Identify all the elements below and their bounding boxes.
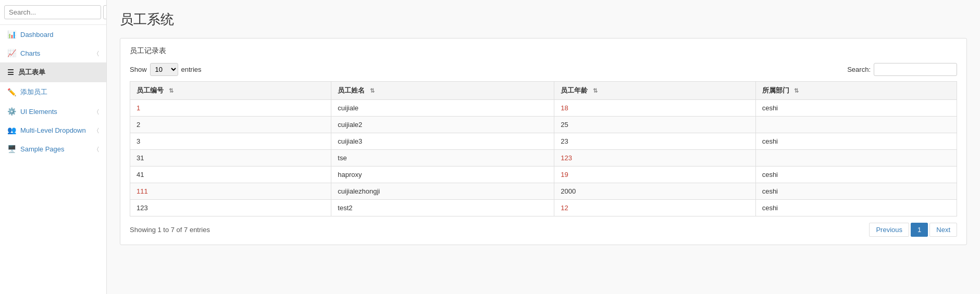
sidebar-item-charts[interactable]: 📈 Charts 〈 xyxy=(0,44,106,62)
dashboard-icon: 📊 xyxy=(7,30,16,39)
ui-elements-icon: ⚙️ xyxy=(7,107,16,116)
cell-emp-dept: ceshi xyxy=(755,200,957,216)
sidebar-item-label-sample-pages: Sample Pages xyxy=(20,145,65,153)
cell-emp-age: 18 xyxy=(554,100,755,117)
chevron-icon: 〈 xyxy=(97,108,99,115)
table-body: 1cuijiale18ceshi2cuijiale2253cuijiale323… xyxy=(130,100,957,216)
chevron-icon: 〈 xyxy=(97,127,99,134)
employee-list-icon: ☰ xyxy=(7,68,14,76)
page-title: 员工系统 xyxy=(120,10,967,29)
sidebar-item-dashboard[interactable]: 📊 Dashboard xyxy=(0,25,106,44)
entries-label: entries xyxy=(181,66,202,73)
next-button[interactable]: Next xyxy=(929,223,957,237)
show-label: Show xyxy=(130,66,147,73)
cell-emp-name: cuijialezhongji xyxy=(331,183,554,200)
add-employee-icon: ✏️ xyxy=(7,88,16,96)
cell-emp-name: tse xyxy=(331,150,554,167)
sidebar-item-label-employee-list: 员工表单 xyxy=(18,68,45,77)
cell-emp-age: 25 xyxy=(554,117,755,133)
cell-emp-id: 31 xyxy=(130,150,331,167)
col-emp_id[interactable]: 员工编号 ⇅ xyxy=(130,82,331,100)
cell-emp-age: 123 xyxy=(554,150,755,167)
previous-button[interactable]: Previous xyxy=(869,223,909,237)
cell-emp-name: cuijiale3 xyxy=(331,133,554,150)
cell-emp-dept: ceshi xyxy=(755,167,957,183)
sidebar-item-add-employee[interactable]: ✏️ 添加员工 xyxy=(0,82,106,102)
cell-emp-dept: ceshi xyxy=(755,183,957,200)
table-row: 123test212ceshi xyxy=(130,200,957,216)
cell-emp-name: test2 xyxy=(331,200,554,216)
employee-table: 员工编号 ⇅员工姓名 ⇅员工年龄 ⇅所属部门 ⇅ 1cuijiale18cesh… xyxy=(130,81,957,216)
sidebar-item-label-add-employee: 添加员工 xyxy=(20,87,47,97)
cell-emp-id: 111 xyxy=(130,183,331,200)
table-row: 111cuijialezhongji2000ceshi xyxy=(130,183,957,200)
cell-emp-dept: ceshi xyxy=(755,133,957,150)
table-row: 1cuijiale18ceshi xyxy=(130,100,957,117)
pagination-row: Showing 1 to 7 of 7 entries Previous1Nex… xyxy=(130,223,957,237)
sidebar-search-container: 🔍 xyxy=(0,0,106,25)
table-search-container: Search: xyxy=(847,63,957,76)
sidebar: 🔍 📊 Dashboard 📈 Charts 〈 ☰ 员工表单 ✏️ 添加员工 … xyxy=(0,0,107,294)
sample-pages-icon: 🖥️ xyxy=(7,145,16,153)
cell-emp-name: cuijiale2 xyxy=(331,117,554,133)
sidebar-search-input[interactable] xyxy=(4,5,101,19)
sidebar-item-label-dashboard: Dashboard xyxy=(20,31,54,39)
show-entries-container: Show 102550100 entries xyxy=(130,63,202,76)
employee-card: 员工记录表 Show 102550100 entries Search: 员工编… xyxy=(120,38,967,245)
pagination-info: Showing 1 to 7 of 7 entries xyxy=(130,226,210,234)
entries-select[interactable]: 102550100 xyxy=(150,63,178,76)
cell-emp-id: 123 xyxy=(130,200,331,216)
sidebar-items-list: 📊 Dashboard 📈 Charts 〈 ☰ 员工表单 ✏️ 添加员工 ⚙️… xyxy=(0,25,106,158)
cell-emp-name: cuijiale xyxy=(331,100,554,117)
multi-level-icon: 👥 xyxy=(7,126,16,134)
cell-emp-age: 2000 xyxy=(554,183,755,200)
chevron-icon: 〈 xyxy=(97,146,99,152)
sidebar-item-label-ui-elements: UI Elements xyxy=(20,108,57,116)
col-emp_age[interactable]: 员工年龄 ⇅ xyxy=(554,82,755,100)
sidebar-item-employee-list[interactable]: ☰ 员工表单 xyxy=(0,62,106,82)
col-emp_dept[interactable]: 所属部门 ⇅ xyxy=(755,82,957,100)
table-row: 3cuijiale323ceshi xyxy=(130,133,957,150)
col-emp_name[interactable]: 员工姓名 ⇅ xyxy=(331,82,554,100)
cell-emp-id: 41 xyxy=(130,167,331,183)
cell-emp-age: 23 xyxy=(554,133,755,150)
table-row: 41haproxy19ceshi xyxy=(130,167,957,183)
sort-icon: ⇅ xyxy=(169,87,173,94)
cell-emp-dept: ceshi xyxy=(755,100,957,117)
sidebar-item-multi-level[interactable]: 👥 Multi-Level Dropdown 〈 xyxy=(0,121,106,139)
search-label: Search: xyxy=(847,66,871,73)
sidebar-item-sample-pages[interactable]: 🖥️ Sample Pages 〈 xyxy=(0,139,106,158)
table-row: 31tse123 xyxy=(130,150,957,167)
cell-emp-id: 3 xyxy=(130,133,331,150)
sort-icon: ⇅ xyxy=(593,87,598,94)
sidebar-item-label-multi-level: Multi-Level Dropdown xyxy=(20,126,86,134)
cell-emp-age: 19 xyxy=(554,167,755,183)
table-head: 员工编号 ⇅员工姓名 ⇅员工年龄 ⇅所属部门 ⇅ xyxy=(130,82,957,100)
table-controls: Show 102550100 entries Search: xyxy=(130,63,957,76)
table-search-input[interactable] xyxy=(874,63,957,76)
cell-emp-dept xyxy=(755,117,957,133)
sidebar-search-button[interactable]: 🔍 xyxy=(103,5,107,19)
cell-emp-id: 2 xyxy=(130,117,331,133)
sidebar-item-label-charts: Charts xyxy=(20,49,40,57)
charts-icon: 📈 xyxy=(7,49,16,57)
main-content: 员工系统 员工记录表 Show 102550100 entries Search… xyxy=(107,0,980,294)
page-button-1[interactable]: 1 xyxy=(911,223,928,237)
cell-emp-age: 12 xyxy=(554,200,755,216)
sort-icon: ⇅ xyxy=(794,87,799,94)
cell-emp-dept xyxy=(755,150,957,167)
sidebar-item-ui-elements[interactable]: ⚙️ UI Elements 〈 xyxy=(0,102,106,121)
sort-icon: ⇅ xyxy=(370,87,375,94)
cell-emp-name: haproxy xyxy=(331,167,554,183)
cell-emp-id: 1 xyxy=(130,100,331,117)
chevron-icon: 〈 xyxy=(97,50,99,57)
card-title: 员工记录表 xyxy=(130,46,957,56)
pagination-buttons: Previous1Next xyxy=(869,223,957,237)
table-row: 2cuijiale225 xyxy=(130,117,957,133)
